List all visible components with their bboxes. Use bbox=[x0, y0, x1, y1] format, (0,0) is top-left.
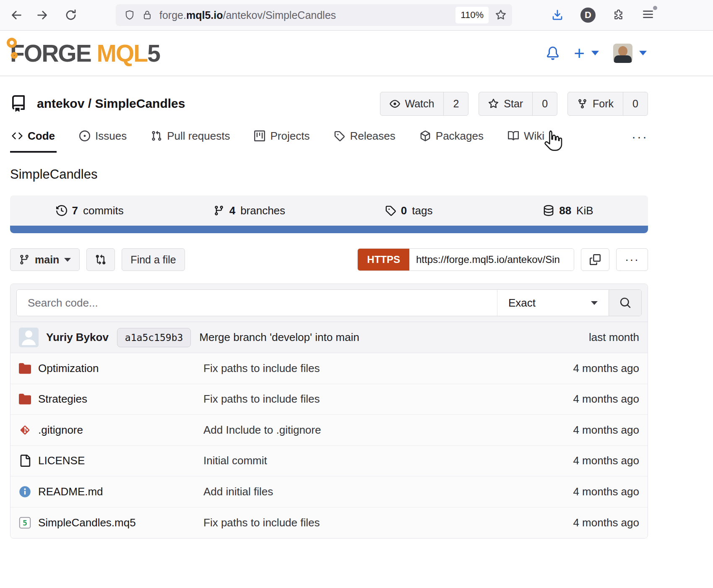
clone-more-button[interactable]: ··· bbox=[616, 248, 648, 271]
site-header: FORGE MQL5 + bbox=[0, 31, 713, 76]
action-count[interactable]: 0 bbox=[532, 92, 557, 115]
file-commit-message[interactable]: Add initial files bbox=[203, 485, 534, 498]
file-name[interactable]: SimpleCandles.mq5 bbox=[38, 516, 136, 529]
reload-icon[interactable] bbox=[65, 9, 77, 21]
bookmark-star-icon[interactable] bbox=[495, 10, 506, 21]
search-code-input[interactable] bbox=[17, 290, 497, 316]
caret-down-icon bbox=[591, 51, 599, 55]
file-name-cell[interactable]: README.md bbox=[19, 485, 203, 498]
action-count[interactable]: 0 bbox=[623, 92, 648, 115]
create-new-button[interactable]: + bbox=[574, 44, 599, 62]
action-label: Star bbox=[504, 98, 523, 110]
repo-tab[interactable]: Projects bbox=[252, 121, 311, 153]
repo-tab[interactable]: Wiki bbox=[506, 121, 546, 153]
back-icon[interactable] bbox=[9, 9, 22, 21]
user-menu[interactable] bbox=[613, 44, 647, 63]
git-icon bbox=[19, 424, 31, 436]
clone-url-input[interactable] bbox=[409, 249, 574, 271]
file-name-cell[interactable]: LICENSE bbox=[19, 454, 203, 467]
extensions-icon[interactable] bbox=[612, 9, 625, 21]
find-file-button[interactable]: Find a file bbox=[122, 248, 185, 271]
branch-selector[interactable]: main bbox=[10, 248, 80, 271]
url-bar[interactable]: forge.mql5.io/antekov/SimpleCandles 110% bbox=[116, 4, 512, 26]
repo-tab[interactable]: Code bbox=[10, 121, 57, 153]
repo-tab[interactable]: Pull requests bbox=[149, 121, 232, 153]
repo-tab[interactable]: Issues bbox=[78, 121, 128, 153]
tabs-overflow-button[interactable]: ··· bbox=[632, 130, 648, 144]
search-button[interactable] bbox=[609, 290, 641, 316]
compare-button[interactable] bbox=[86, 248, 115, 271]
repo-tab[interactable]: Releases bbox=[332, 121, 397, 153]
search-mode-value: Exact bbox=[508, 297, 536, 310]
logo-text: ORGE bbox=[24, 40, 91, 67]
file-name-cell[interactable]: .gitignore bbox=[19, 424, 203, 437]
stat-value: 88 bbox=[559, 204, 571, 217]
hamburger-icon bbox=[642, 8, 654, 21]
url-subdomain: forge. bbox=[159, 9, 186, 21]
zoom-level-badge[interactable]: 110% bbox=[455, 7, 489, 23]
file-name[interactable]: .gitignore bbox=[38, 424, 83, 437]
commit-hash-badge[interactable]: a1a5c159b3 bbox=[117, 328, 191, 347]
notifications-bell-icon[interactable] bbox=[546, 47, 559, 60]
https-protocol-button[interactable]: HTTPS bbox=[358, 249, 409, 271]
file-name[interactable]: Optimization bbox=[38, 362, 99, 375]
packages-icon bbox=[420, 130, 431, 141]
menu-button[interactable] bbox=[642, 8, 654, 22]
caret-down-icon bbox=[591, 301, 598, 305]
file-commit-message[interactable]: Add Include to .gitignore bbox=[203, 424, 534, 437]
downloads-icon[interactable] bbox=[551, 9, 564, 21]
info-icon bbox=[19, 486, 31, 498]
repo-stat[interactable]: 0 tags bbox=[329, 204, 489, 217]
tab-label: Wiki bbox=[524, 130, 544, 143]
action-label: Watch bbox=[405, 98, 435, 110]
repo-action-button[interactable]: Fork 0 bbox=[567, 92, 648, 116]
site-logo[interactable]: FORGE MQL5 bbox=[10, 39, 160, 67]
file-commit-date: 4 months ago bbox=[534, 393, 639, 406]
file-name[interactable]: README.md bbox=[38, 485, 103, 498]
mq5-icon: 5 bbox=[19, 517, 31, 529]
action-count[interactable]: 2 bbox=[443, 92, 468, 115]
language-bar[interactable] bbox=[10, 226, 648, 233]
stat-label: tags bbox=[412, 204, 432, 217]
issue-icon bbox=[79, 130, 90, 141]
page-title: SimpleCandles bbox=[10, 167, 648, 182]
repo-header: antekov / SimpleCandles Watch 2 Star 0 F… bbox=[10, 76, 648, 117]
projects-icon bbox=[254, 130, 265, 141]
file-commit-date: 4 months ago bbox=[534, 362, 639, 375]
file-name[interactable]: Strategies bbox=[38, 393, 87, 406]
file-name-cell[interactable]: Strategies bbox=[19, 393, 203, 406]
file-commit-message[interactable]: Fix paths to include files bbox=[203, 516, 534, 529]
file-name[interactable]: LICENSE bbox=[38, 454, 85, 467]
repo-tab[interactable]: Packages bbox=[418, 121, 485, 153]
commit-author[interactable]: Yuriy Bykov bbox=[46, 331, 109, 344]
avatar[interactable] bbox=[613, 44, 632, 63]
logo-text: 5 bbox=[147, 40, 160, 67]
repo-stat[interactable]: 4 branches bbox=[169, 204, 329, 217]
file-rows: Optimization Fix paths to include files … bbox=[10, 353, 648, 538]
folder-icon bbox=[19, 393, 31, 405]
repo-stat[interactable]: 7 commits bbox=[10, 204, 169, 217]
shield-icon[interactable] bbox=[124, 10, 135, 21]
history-icon bbox=[56, 205, 67, 216]
commit-author-avatar[interactable] bbox=[19, 328, 39, 347]
repo-action-button[interactable]: Star 0 bbox=[479, 92, 557, 116]
commit-message[interactable]: Merge branch 'develop' into main bbox=[199, 331, 359, 344]
forward-icon[interactable] bbox=[37, 9, 49, 21]
repo-title[interactable]: antekov / SimpleCandles bbox=[37, 96, 185, 111]
copy-url-button[interactable] bbox=[581, 248, 609, 271]
fork-icon bbox=[577, 99, 588, 109]
repo-action-button[interactable]: Watch 2 bbox=[380, 92, 469, 116]
file-commit-message[interactable]: Fix paths to include files bbox=[203, 393, 534, 406]
file-commit-message[interactable]: Initial commit bbox=[203, 454, 534, 467]
repo-stat[interactable]: 88 KiB bbox=[489, 204, 648, 217]
file-commit-message[interactable]: Fix paths to include files bbox=[203, 362, 534, 375]
file-row: 5 SimpleCandles.mq5 Fix paths to include… bbox=[10, 507, 648, 539]
stat-label: branches bbox=[240, 204, 285, 217]
file-name-cell[interactable]: 5 SimpleCandles.mq5 bbox=[19, 516, 203, 529]
wiki-icon bbox=[508, 130, 519, 141]
account-icon[interactable]: D bbox=[580, 8, 596, 23]
file-name-cell[interactable]: Optimization bbox=[19, 362, 203, 375]
search-mode-select[interactable]: Exact bbox=[497, 290, 609, 316]
file-row: README.md Add initial files 4 months ago bbox=[10, 476, 648, 507]
lock-icon[interactable] bbox=[142, 10, 153, 21]
